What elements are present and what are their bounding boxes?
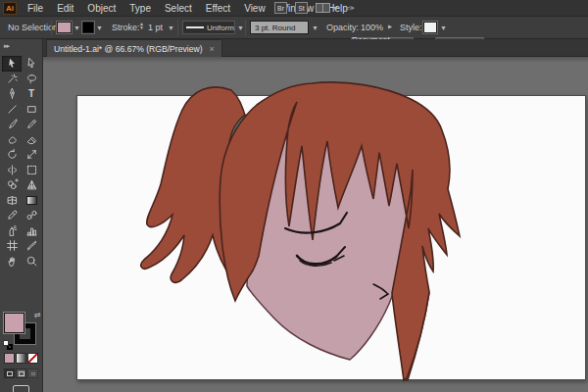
- document-tab-bar: Untitled-1.ai* @ 66.67% (RGB/Preview) ×: [43, 39, 588, 57]
- stroke-weight-value[interactable]: 1 pt: [148, 23, 163, 32]
- scale-tool[interactable]: [22, 147, 41, 163]
- fill-proxy-swatch[interactable]: [4, 313, 24, 333]
- type-tool[interactable]: T: [22, 86, 41, 102]
- arrange-documents-icon: [316, 3, 330, 13]
- width-profile-dropdown[interactable]: Uniform: [182, 21, 235, 34]
- opacity-chevron-icon[interactable]: ▼: [386, 24, 393, 30]
- pencil-tool[interactable]: [22, 117, 41, 132]
- column-graph-tool[interactable]: [22, 223, 41, 239]
- app-logo: Ai: [3, 2, 17, 15]
- draw-behind-mode-button[interactable]: [16, 368, 26, 378]
- draw-inside-mode-button[interactable]: [27, 368, 38, 378]
- tab-close-icon[interactable]: ×: [210, 44, 215, 54]
- arrange-documents-button[interactable]: ▼: [316, 3, 339, 13]
- selection-tool[interactable]: [2, 56, 22, 72]
- opacity-value[interactable]: 100%: [361, 23, 383, 32]
- slice-tool[interactable]: [22, 238, 41, 254]
- tools-panel: ▸▸ T ⇄: [0, 39, 43, 392]
- document-tab[interactable]: Untitled-1.ai* @ 66.67% (RGB/Preview) ×: [46, 39, 222, 57]
- magic-wand-tool[interactable]: [2, 72, 22, 87]
- stroke-weight-chevron-icon[interactable]: ▼: [168, 24, 174, 31]
- menu-bar: Ai File Edit Object Type Select Effect V…: [0, 0, 588, 17]
- shape-builder-tool[interactable]: [2, 177, 22, 193]
- panel-collapse-icon[interactable]: ▸▸: [4, 42, 9, 50]
- paintbrush-tool[interactable]: [2, 117, 22, 132]
- hand-tool[interactable]: [2, 254, 22, 270]
- menu-type[interactable]: Type: [122, 0, 158, 17]
- menu-effect[interactable]: Effect: [199, 0, 237, 17]
- draw-normal-mode-button[interactable]: [4, 368, 15, 378]
- symbol-sprayer-tool[interactable]: [2, 223, 22, 239]
- menu-view[interactable]: View: [237, 0, 272, 17]
- menu-file[interactable]: File: [21, 0, 50, 17]
- direct-selection-tool[interactable]: [22, 56, 41, 72]
- menu-select[interactable]: Select: [158, 0, 199, 17]
- gradient-tool[interactable]: [22, 193, 41, 209]
- bridge-icon[interactable]: Br: [274, 2, 287, 14]
- screen-mode-button[interactable]: [13, 385, 29, 392]
- blob-brush-tool[interactable]: [2, 132, 22, 148]
- eraser-tool[interactable]: [22, 132, 41, 148]
- brush-definition-dropdown[interactable]: 3 pt. Round: [250, 21, 309, 34]
- gradient-button[interactable]: [16, 353, 26, 364]
- stroke-chevron-icon[interactable]: ▼: [96, 24, 103, 31]
- control-bar: No Selection ▼ ▼ Stroke: ▲▼ 1 pt ▼ Unifo…: [0, 17, 588, 39]
- opacity-label[interactable]: Opacity:: [326, 23, 359, 32]
- brush-definition-value: 3 pt. Round: [255, 24, 295, 32]
- mesh-tool[interactable]: [2, 193, 22, 209]
- document-tab-title: Untitled-1.ai* @ 66.67% (RGB/Preview): [54, 44, 203, 54]
- fill-chevron-icon[interactable]: ▼: [74, 24, 80, 31]
- cs-live-icon[interactable]: ✑: [347, 3, 355, 14]
- artboard-tool[interactable]: [2, 238, 22, 254]
- eyedropper-tool[interactable]: [2, 208, 22, 223]
- style-swatch[interactable]: [423, 22, 437, 33]
- width-profile-chevron-icon[interactable]: ▼: [237, 24, 244, 31]
- line-segment-tool[interactable]: [2, 102, 22, 118]
- fill-color-swatch[interactable]: [57, 22, 72, 33]
- brush-chevron-icon[interactable]: ▼: [312, 24, 318, 31]
- free-transform-tool[interactable]: [22, 163, 41, 178]
- menu-object[interactable]: Object: [80, 0, 122, 17]
- chevron-down-icon: ▼: [332, 5, 339, 12]
- canvas-shadow: [43, 57, 588, 63]
- width-tool[interactable]: [2, 163, 22, 178]
- uniform-profile-icon: [186, 26, 204, 28]
- rotate-tool[interactable]: [2, 147, 22, 163]
- stroke-color-swatch[interactable]: [82, 22, 94, 33]
- rectangle-tool[interactable]: [22, 102, 41, 118]
- style-label: Style:: [400, 23, 422, 32]
- stroke-label[interactable]: Stroke:: [112, 23, 140, 32]
- lasso-tool[interactable]: [22, 72, 41, 87]
- width-profile-value: Uniform: [207, 24, 234, 32]
- perspective-grid-tool[interactable]: [22, 177, 41, 193]
- artboard[interactable]: [76, 95, 586, 380]
- color-button[interactable]: [4, 353, 15, 364]
- none-button[interactable]: [27, 353, 38, 364]
- menu-edit[interactable]: Edit: [50, 0, 80, 17]
- style-chevron-icon[interactable]: ▼: [440, 24, 447, 31]
- zoom-tool[interactable]: [22, 254, 41, 270]
- stock-icon[interactable]: St: [295, 2, 308, 14]
- default-fill-mini-icon[interactable]: [3, 340, 9, 346]
- stroke-weight-stepper[interactable]: ▲▼: [139, 22, 144, 29]
- blend-tool[interactable]: [22, 208, 41, 223]
- pen-tool[interactable]: [2, 86, 22, 102]
- swap-fill-stroke-icon[interactable]: ⇄: [34, 311, 41, 319]
